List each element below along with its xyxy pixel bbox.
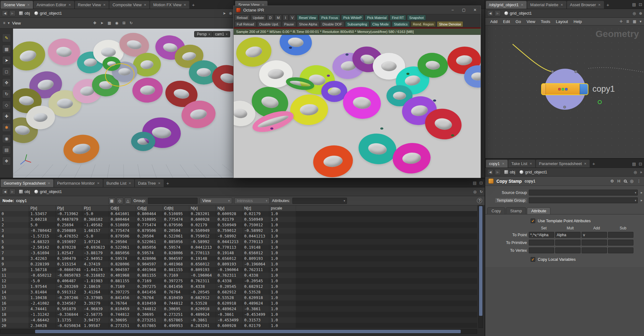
tab-bundle-list[interactable]: Bundle List✕: [103, 179, 135, 187]
snap-icon[interactable]: ⊕: [229, 11, 232, 16]
column-header-cd-r[interactable]: Cd[r]: [109, 205, 136, 211]
octane-render-view[interactable]: [234, 35, 481, 178]
pose-tool-icon[interactable]: ✱: [2, 123, 11, 132]
button-reload[interactable]: Reload: [235, 15, 250, 21]
tab-close-icon[interactable]: ✕: [560, 3, 563, 7]
chevron-down-icon[interactable]: ▾: [640, 19, 642, 24]
tab-obj-grid-object1[interactable]: /obj/grid_object1✕: [486, 1, 527, 9]
button-pause[interactable]: Pause: [282, 21, 296, 27]
tab-asset-browser[interactable]: Asset Browser✕: [567, 1, 604, 9]
attributes-input[interactable]: ▾: [292, 198, 347, 204]
attr-field[interactable]: *,^v,^Alpha: [529, 232, 554, 238]
move-tool-icon[interactable]: ✥: [2, 78, 11, 87]
button-full-reload[interactable]: Full Reload: [235, 21, 256, 27]
tab-close-icon[interactable]: ✕: [97, 182, 99, 185]
select-icon[interactable]: ➤: [100, 21, 103, 25]
tab-close-icon[interactable]: ✕: [521, 3, 523, 7]
tab-close-icon[interactable]: ✕: [129, 182, 131, 185]
pointer-mode-icon[interactable]: ➤: [223, 11, 226, 16]
attr-field[interactable]: [529, 240, 554, 246]
magnifier-icon[interactable]: [624, 180, 627, 182]
new-tab-button[interactable]: +: [590, 160, 597, 168]
button-show-alpha[interactable]: Show Alpha: [297, 21, 319, 27]
back-button[interactable]: ◀: [2, 189, 8, 195]
path-item-obj[interactable]: obj: [17, 10, 32, 16]
snap-tool-icon[interactable]: ▤: [2, 145, 11, 154]
more-icon[interactable]: ⋮: [637, 179, 641, 183]
pane-float-icon[interactable]: ⊡: [479, 181, 483, 185]
gear-icon[interactable]: ⚙: [610, 179, 614, 183]
menu-go[interactable]: Go: [513, 19, 523, 25]
expand-arrow-icon[interactable]: ▸: [641, 198, 642, 202]
column-header-n-x[interactable]: N[x]: [189, 205, 216, 211]
path-item-obj[interactable]: obj: [502, 169, 517, 175]
grid-icon[interactable]: ▦: [633, 19, 636, 24]
scrollbar-thumb[interactable]: [35, 330, 461, 333]
node-name-field[interactable]: copy1: [525, 179, 536, 183]
camera-selector[interactable]: cam1▾: [212, 31, 230, 37]
pin-icon[interactable]: ◎: [634, 170, 637, 174]
tab-material-palette[interactable]: Material Palette✕: [527, 1, 566, 9]
points-mode-icon[interactable]: ▦: [108, 197, 115, 204]
tab-close-icon[interactable]: ✕: [27, 3, 30, 7]
refresh-icon[interactable]: ↻: [480, 190, 483, 194]
scale-tool-icon[interactable]: ◇: [2, 101, 11, 109]
back-button[interactable]: ◀: [487, 10, 493, 16]
attr-field[interactable]: [582, 240, 607, 246]
button-clay-mode[interactable]: Clay Mode: [370, 21, 391, 27]
tab-close-icon[interactable]: ✕: [68, 3, 71, 7]
pin-icon[interactable]: ◎: [473, 190, 476, 194]
layout-tool-icon[interactable]: ▦: [2, 45, 11, 53]
attr-field[interactable]: Alpha: [555, 232, 581, 238]
jump-icon[interactable]: »: [640, 170, 642, 174]
back-button[interactable]: ◀: [487, 169, 493, 175]
pane-layout-icon[interactable]: ▤: [632, 162, 636, 166]
button-disable-dof[interactable]: Disable DOF: [320, 21, 344, 27]
node-output-connector[interactable]: [563, 106, 566, 108]
tool-icon[interactable]: ✛: [620, 19, 623, 24]
column-header-p-x[interactable]: P[x]: [29, 205, 56, 211]
pane-handle-icon[interactable]: ≡: [3, 21, 5, 25]
expand-arrow-icon[interactable]: ▸: [641, 191, 642, 195]
path-item-grid-object1[interactable]: grid_object1: [517, 169, 549, 175]
pin-icon[interactable]: ◎: [633, 11, 636, 16]
column-header-p-y[interactable]: P[y]: [56, 205, 82, 211]
attr-field[interactable]: [555, 247, 581, 253]
minimize-button[interactable]: –: [447, 6, 458, 14]
forward-button[interactable]: ▶: [495, 10, 501, 16]
menu-help[interactable]: Help: [571, 19, 584, 25]
back-button[interactable]: ◀: [2, 10, 8, 16]
tab-geometry-spreadsheet[interactable]: Geometry Spreadsheet✕: [1, 179, 53, 187]
attr-field[interactable]: [608, 232, 633, 238]
pane-layout-icon[interactable]: ▤: [473, 181, 477, 185]
button-rend-region[interactable]: Rend. Region: [411, 21, 436, 27]
node-name[interactable]: copy1: [16, 198, 27, 203]
button-v[interactable]: V: [289, 15, 296, 21]
tab-close-icon[interactable]: ✕: [144, 3, 146, 7]
node-copy1[interactable]: [541, 83, 588, 95]
node-input-connector[interactable]: [574, 70, 577, 73]
folder-tab-stamp[interactable]: Stamp: [506, 207, 526, 214]
tab-motion-fx-view[interactable]: Motion FX View✕: [150, 1, 189, 9]
path-item-grid-object1[interactable]: grid_object1: [32, 189, 64, 195]
help-icon[interactable]: ?: [477, 198, 482, 203]
button-pick-material[interactable]: Pick Material: [365, 15, 389, 21]
button-snapshot[interactable]: Snapshot: [407, 15, 426, 21]
move-icon[interactable]: ✥: [93, 21, 96, 25]
attr-field[interactable]: [582, 247, 607, 253]
tab-data-tree[interactable]: Data Tree✕: [135, 179, 163, 187]
tab-animation-editor[interactable]: Animation Editor✕: [34, 1, 74, 9]
forward-button[interactable]: ▶: [495, 169, 501, 175]
tab-copy1[interactable]: copy1✕: [486, 160, 508, 168]
scrollbar-thumb[interactable]: [479, 206, 482, 316]
houdini-help-icon[interactable]: H: [617, 179, 620, 183]
folder-tab-copy[interactable]: Copy: [487, 207, 505, 214]
select-tool-icon[interactable]: ➤: [2, 56, 11, 65]
tab-close-icon[interactable]: ✕: [158, 182, 160, 185]
node-input-connector[interactable]: [551, 70, 554, 73]
button-d[interactable]: D: [267, 15, 274, 21]
camera-icon[interactable]: ◉: [115, 21, 118, 25]
column-header-n-y[interactable]: N[y]: [216, 205, 243, 211]
view-tool-icon[interactable]: ◉: [2, 134, 11, 143]
forward-button[interactable]: ▶: [9, 10, 16, 16]
